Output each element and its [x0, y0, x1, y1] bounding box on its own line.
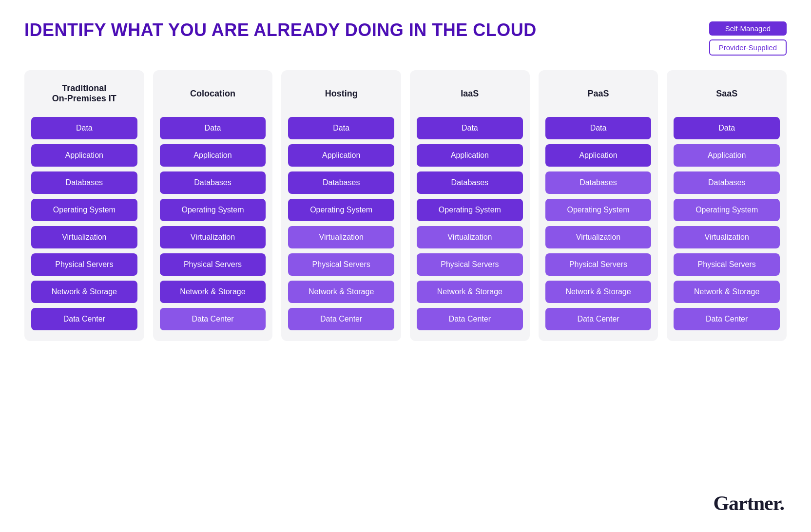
- rows-hosting: DataApplicationDatabasesOperating System…: [288, 117, 394, 330]
- column-colocation: ColocationDataApplicationDatabasesOperat…: [153, 70, 273, 341]
- cell-iaas-4: Virtualization: [417, 226, 523, 248]
- column-iaas: IaaSDataApplicationDatabasesOperating Sy…: [410, 70, 530, 341]
- cell-paas-7: Data Center: [545, 308, 652, 330]
- cell-colocation-0: Data: [160, 117, 266, 139]
- rows-colocation: DataApplicationDatabasesOperating System…: [160, 117, 266, 330]
- column-hosting: HostingDataApplicationDatabasesOperating…: [281, 70, 401, 341]
- cell-paas-3: Operating System: [545, 199, 652, 221]
- cell-colocation-2: Databases: [160, 171, 266, 194]
- column-saas: SaaSDataApplicationDatabasesOperating Sy…: [667, 70, 787, 341]
- rows-paas: DataApplicationDatabasesOperating System…: [545, 117, 652, 330]
- cell-iaas-3: Operating System: [417, 199, 523, 221]
- cell-hosting-2: Databases: [288, 171, 394, 194]
- legend-self-managed: Self-Managed: [709, 21, 787, 36]
- cell-iaas-7: Data Center: [417, 308, 523, 330]
- cell-iaas-5: Physical Servers: [417, 253, 523, 276]
- col-header-traditional: TraditionalOn-Premises IT: [52, 81, 116, 106]
- cell-traditional-2: Databases: [31, 171, 137, 194]
- cell-traditional-1: Application: [31, 144, 137, 167]
- cell-traditional-4: Virtualization: [31, 226, 137, 248]
- cell-paas-0: Data: [545, 117, 652, 139]
- header-row: IDENTIFY WHAT YOU ARE ALREADY DOING IN T…: [24, 19, 787, 56]
- cell-traditional-5: Physical Servers: [31, 253, 137, 276]
- rows-iaas: DataApplicationDatabasesOperating System…: [417, 117, 523, 330]
- legend-provider-supplied: Provider-Supplied: [709, 39, 787, 56]
- col-header-colocation: Colocation: [190, 81, 235, 106]
- page-title: IDENTIFY WHAT YOU ARE ALREADY DOING IN T…: [24, 19, 537, 40]
- cell-saas-1: Application: [674, 144, 780, 167]
- cell-hosting-6: Network & Storage: [288, 281, 394, 303]
- cell-paas-1: Application: [545, 144, 652, 167]
- cell-hosting-4: Virtualization: [288, 226, 394, 248]
- cell-colocation-5: Physical Servers: [160, 253, 266, 276]
- cell-hosting-1: Application: [288, 144, 394, 167]
- cell-iaas-2: Databases: [417, 171, 523, 194]
- cell-iaas-6: Network & Storage: [417, 281, 523, 303]
- cell-saas-6: Network & Storage: [674, 281, 780, 303]
- cell-saas-4: Virtualization: [674, 226, 780, 248]
- cell-traditional-0: Data: [31, 117, 137, 139]
- col-header-hosting: Hosting: [325, 81, 358, 106]
- cell-traditional-7: Data Center: [31, 308, 137, 330]
- cell-colocation-7: Data Center: [160, 308, 266, 330]
- cell-saas-3: Operating System: [674, 199, 780, 221]
- cell-saas-7: Data Center: [674, 308, 780, 330]
- cell-hosting-0: Data: [288, 117, 394, 139]
- cell-colocation-4: Virtualization: [160, 226, 266, 248]
- cell-hosting-5: Physical Servers: [288, 253, 394, 276]
- cell-colocation-3: Operating System: [160, 199, 266, 221]
- cell-paas-5: Physical Servers: [545, 253, 652, 276]
- cell-paas-2: Databases: [545, 171, 652, 194]
- cell-iaas-1: Application: [417, 144, 523, 167]
- gartner-logo: Gartner.: [713, 492, 784, 515]
- cell-traditional-3: Operating System: [31, 199, 137, 221]
- col-header-iaas: IaaS: [461, 81, 479, 106]
- col-header-paas: PaaS: [588, 81, 609, 106]
- legend: Self-Managed Provider-Supplied: [709, 21, 787, 56]
- cell-traditional-6: Network & Storage: [31, 281, 137, 303]
- rows-traditional: DataApplicationDatabasesOperating System…: [31, 117, 137, 330]
- cell-saas-5: Physical Servers: [674, 253, 780, 276]
- cell-hosting-3: Operating System: [288, 199, 394, 221]
- cell-colocation-1: Application: [160, 144, 266, 167]
- cell-hosting-7: Data Center: [288, 308, 394, 330]
- rows-saas: DataApplicationDatabasesOperating System…: [674, 117, 780, 330]
- cell-colocation-6: Network & Storage: [160, 281, 266, 303]
- cell-saas-2: Databases: [674, 171, 780, 194]
- column-paas: PaaSDataApplicationDatabasesOperating Sy…: [539, 70, 658, 341]
- cell-saas-0: Data: [674, 117, 780, 139]
- col-header-saas: SaaS: [716, 81, 737, 106]
- cell-paas-6: Network & Storage: [545, 281, 652, 303]
- cell-paas-4: Virtualization: [545, 226, 652, 248]
- grid-container: TraditionalOn-Premises ITDataApplication…: [24, 70, 787, 341]
- cell-iaas-0: Data: [417, 117, 523, 139]
- column-traditional: TraditionalOn-Premises ITDataApplication…: [24, 70, 144, 341]
